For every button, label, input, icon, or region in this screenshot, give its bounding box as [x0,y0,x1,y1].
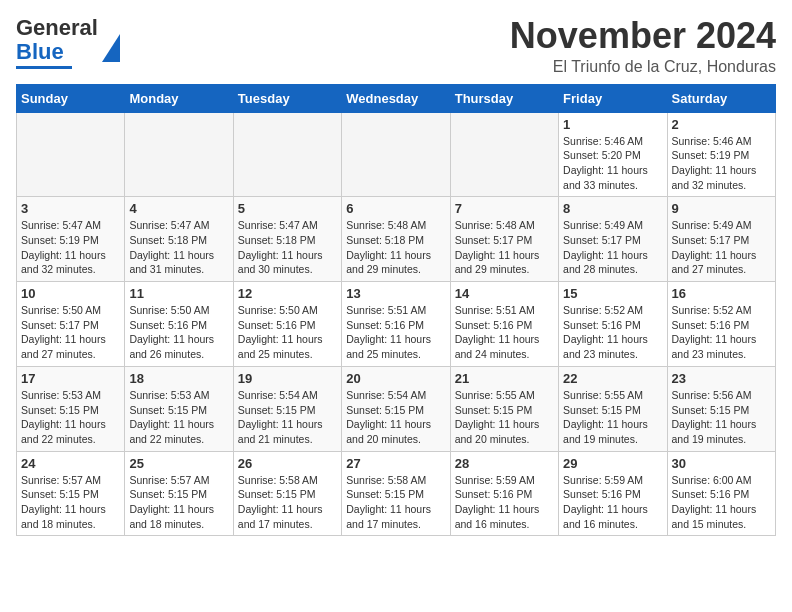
day-number: 25 [129,456,228,471]
day-info: Sunrise: 5:50 AM Sunset: 5:16 PM Dayligh… [129,303,228,362]
day-info: Sunrise: 6:00 AM Sunset: 5:16 PM Dayligh… [672,473,771,532]
day-number: 29 [563,456,662,471]
day-number: 9 [672,201,771,216]
day-info: Sunrise: 5:47 AM Sunset: 5:18 PM Dayligh… [238,218,337,277]
calendar-cell: 12Sunrise: 5:50 AM Sunset: 5:16 PM Dayli… [233,282,341,367]
calendar-cell: 2Sunrise: 5:46 AM Sunset: 5:19 PM Daylig… [667,112,775,197]
day-number: 27 [346,456,445,471]
day-info: Sunrise: 5:49 AM Sunset: 5:17 PM Dayligh… [563,218,662,277]
calendar-cell: 24Sunrise: 5:57 AM Sunset: 5:15 PM Dayli… [17,451,125,536]
day-number: 11 [129,286,228,301]
day-number: 20 [346,371,445,386]
day-number: 13 [346,286,445,301]
day-number: 12 [238,286,337,301]
day-number: 17 [21,371,120,386]
day-number: 19 [238,371,337,386]
calendar-cell: 1Sunrise: 5:46 AM Sunset: 5:20 PM Daylig… [559,112,667,197]
day-info: Sunrise: 5:53 AM Sunset: 5:15 PM Dayligh… [21,388,120,447]
calendar-cell: 30Sunrise: 6:00 AM Sunset: 5:16 PM Dayli… [667,451,775,536]
calendar-cell [125,112,233,197]
calendar-cell: 19Sunrise: 5:54 AM Sunset: 5:15 PM Dayli… [233,366,341,451]
weekday-header-thursday: Thursday [450,84,558,112]
weekday-header-friday: Friday [559,84,667,112]
day-info: Sunrise: 5:58 AM Sunset: 5:15 PM Dayligh… [238,473,337,532]
calendar-cell [17,112,125,197]
svg-marker-0 [102,34,120,62]
calendar-cell: 26Sunrise: 5:58 AM Sunset: 5:15 PM Dayli… [233,451,341,536]
logo: General Blue [16,16,120,69]
calendar-table: SundayMondayTuesdayWednesdayThursdayFrid… [16,84,776,537]
calendar-cell: 27Sunrise: 5:58 AM Sunset: 5:15 PM Dayli… [342,451,450,536]
day-number: 3 [21,201,120,216]
calendar-cell [450,112,558,197]
week-row-1: 1Sunrise: 5:46 AM Sunset: 5:20 PM Daylig… [17,112,776,197]
logo-general: General [16,15,98,40]
day-number: 16 [672,286,771,301]
day-number: 30 [672,456,771,471]
page-header: General Blue November 2024 El Triunfo de… [16,16,776,76]
day-info: Sunrise: 5:59 AM Sunset: 5:16 PM Dayligh… [563,473,662,532]
calendar-cell: 21Sunrise: 5:55 AM Sunset: 5:15 PM Dayli… [450,366,558,451]
day-info: Sunrise: 5:54 AM Sunset: 5:15 PM Dayligh… [346,388,445,447]
day-number: 22 [563,371,662,386]
day-info: Sunrise: 5:46 AM Sunset: 5:20 PM Dayligh… [563,134,662,193]
calendar-cell: 22Sunrise: 5:55 AM Sunset: 5:15 PM Dayli… [559,366,667,451]
calendar-cell: 11Sunrise: 5:50 AM Sunset: 5:16 PM Dayli… [125,282,233,367]
calendar-cell: 16Sunrise: 5:52 AM Sunset: 5:16 PM Dayli… [667,282,775,367]
month-title: November 2024 [510,16,776,56]
calendar-cell: 3Sunrise: 5:47 AM Sunset: 5:19 PM Daylig… [17,197,125,282]
day-number: 7 [455,201,554,216]
day-info: Sunrise: 5:50 AM Sunset: 5:16 PM Dayligh… [238,303,337,362]
logo-triangle-icon [102,34,120,62]
calendar-cell: 6Sunrise: 5:48 AM Sunset: 5:18 PM Daylig… [342,197,450,282]
day-info: Sunrise: 5:55 AM Sunset: 5:15 PM Dayligh… [563,388,662,447]
weekday-header-saturday: Saturday [667,84,775,112]
day-number: 21 [455,371,554,386]
week-row-2: 3Sunrise: 5:47 AM Sunset: 5:19 PM Daylig… [17,197,776,282]
weekday-header-sunday: Sunday [17,84,125,112]
calendar-cell: 5Sunrise: 5:47 AM Sunset: 5:18 PM Daylig… [233,197,341,282]
logo-blue: Blue [16,39,64,64]
day-number: 14 [455,286,554,301]
calendar-cell: 29Sunrise: 5:59 AM Sunset: 5:16 PM Dayli… [559,451,667,536]
week-row-4: 17Sunrise: 5:53 AM Sunset: 5:15 PM Dayli… [17,366,776,451]
day-number: 2 [672,117,771,132]
title-section: November 2024 El Triunfo de la Cruz, Hon… [510,16,776,76]
calendar-cell: 17Sunrise: 5:53 AM Sunset: 5:15 PM Dayli… [17,366,125,451]
calendar-cell: 4Sunrise: 5:47 AM Sunset: 5:18 PM Daylig… [125,197,233,282]
calendar-cell: 20Sunrise: 5:54 AM Sunset: 5:15 PM Dayli… [342,366,450,451]
day-info: Sunrise: 5:52 AM Sunset: 5:16 PM Dayligh… [672,303,771,362]
day-number: 18 [129,371,228,386]
day-info: Sunrise: 5:57 AM Sunset: 5:15 PM Dayligh… [129,473,228,532]
day-number: 8 [563,201,662,216]
day-number: 28 [455,456,554,471]
day-info: Sunrise: 5:54 AM Sunset: 5:15 PM Dayligh… [238,388,337,447]
calendar-cell: 10Sunrise: 5:50 AM Sunset: 5:17 PM Dayli… [17,282,125,367]
day-info: Sunrise: 5:47 AM Sunset: 5:19 PM Dayligh… [21,218,120,277]
weekday-header-tuesday: Tuesday [233,84,341,112]
day-info: Sunrise: 5:58 AM Sunset: 5:15 PM Dayligh… [346,473,445,532]
day-info: Sunrise: 5:48 AM Sunset: 5:17 PM Dayligh… [455,218,554,277]
day-info: Sunrise: 5:51 AM Sunset: 5:16 PM Dayligh… [455,303,554,362]
day-number: 5 [238,201,337,216]
day-number: 23 [672,371,771,386]
weekday-header-wednesday: Wednesday [342,84,450,112]
calendar-cell [233,112,341,197]
calendar-cell [342,112,450,197]
calendar-cell: 7Sunrise: 5:48 AM Sunset: 5:17 PM Daylig… [450,197,558,282]
calendar-cell: 25Sunrise: 5:57 AM Sunset: 5:15 PM Dayli… [125,451,233,536]
day-info: Sunrise: 5:49 AM Sunset: 5:17 PM Dayligh… [672,218,771,277]
day-info: Sunrise: 5:57 AM Sunset: 5:15 PM Dayligh… [21,473,120,532]
day-info: Sunrise: 5:56 AM Sunset: 5:15 PM Dayligh… [672,388,771,447]
weekday-header-row: SundayMondayTuesdayWednesdayThursdayFrid… [17,84,776,112]
calendar-cell: 18Sunrise: 5:53 AM Sunset: 5:15 PM Dayli… [125,366,233,451]
weekday-header-monday: Monday [125,84,233,112]
calendar-cell: 23Sunrise: 5:56 AM Sunset: 5:15 PM Dayli… [667,366,775,451]
calendar-cell: 28Sunrise: 5:59 AM Sunset: 5:16 PM Dayli… [450,451,558,536]
day-number: 4 [129,201,228,216]
day-info: Sunrise: 5:48 AM Sunset: 5:18 PM Dayligh… [346,218,445,277]
day-info: Sunrise: 5:46 AM Sunset: 5:19 PM Dayligh… [672,134,771,193]
day-info: Sunrise: 5:50 AM Sunset: 5:17 PM Dayligh… [21,303,120,362]
day-info: Sunrise: 5:51 AM Sunset: 5:16 PM Dayligh… [346,303,445,362]
day-info: Sunrise: 5:55 AM Sunset: 5:15 PM Dayligh… [455,388,554,447]
